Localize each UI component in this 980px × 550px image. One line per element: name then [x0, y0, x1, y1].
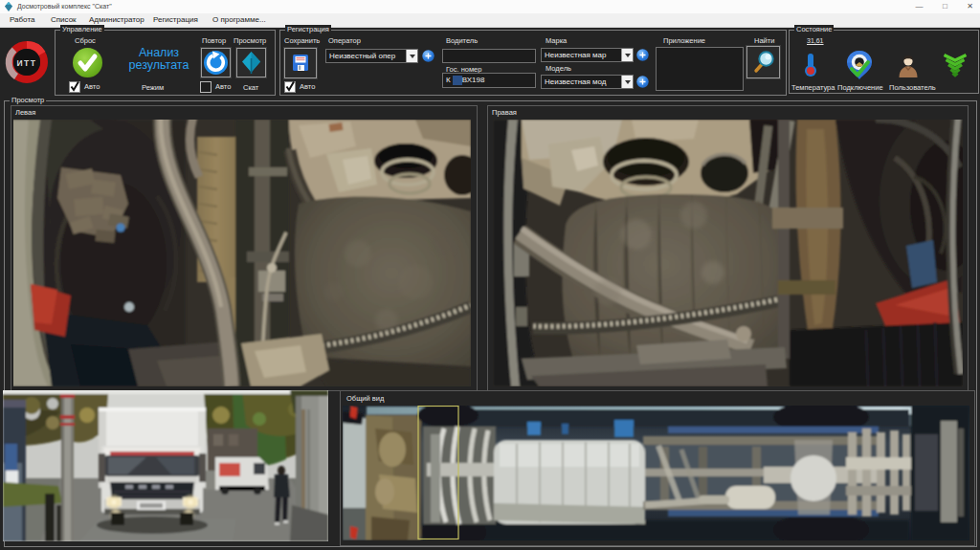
svg-text:ИТТ: ИТТ [17, 58, 37, 68]
